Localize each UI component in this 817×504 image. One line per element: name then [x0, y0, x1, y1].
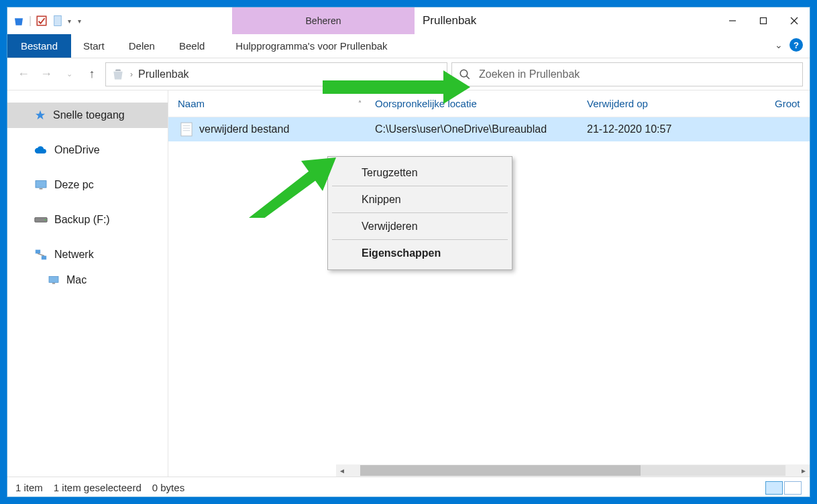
annotation-arrow-icon [249, 158, 336, 218]
status-size: 0 bytes [152, 482, 184, 493]
view-mode-buttons [765, 481, 802, 495]
context-menu: Terugzetten Knippen Verwijderen Eigensch… [327, 156, 512, 270]
nav-back-icon[interactable]: ← [14, 65, 33, 84]
cell-deleted: 21-12-2020 10:57 [580, 123, 768, 135]
scroll-track[interactable] [360, 465, 785, 476]
view-details-button[interactable] [765, 481, 783, 495]
minimize-button[interactable] [717, 7, 748, 34]
file-list-pane: Naam ˄ Oorspronkelijke locatie Verwijder… [168, 90, 810, 477]
quick-access-toolbar: | ▾ ▾ [7, 7, 232, 34]
sidebar-label: OneDrive [54, 144, 100, 156]
document-icon[interactable] [52, 15, 64, 27]
ribbon-collapse-icon[interactable]: ⌄ [775, 40, 783, 50]
chevron-right-icon: › [130, 70, 133, 79]
horizontal-scrollbar[interactable]: ◄ ► [336, 464, 810, 477]
sidebar-label: Deze pc [54, 179, 94, 191]
recycle-bin-icon [13, 15, 25, 27]
status-selected-count: 1 item geselecteerd [54, 482, 142, 493]
scroll-right-icon[interactable]: ► [798, 464, 810, 477]
recycle-bin-icon [111, 68, 125, 81]
cell-location: C:\Users\user\OneDrive\Bureaublad [368, 123, 580, 135]
view-thumbnails-button[interactable] [784, 481, 802, 495]
sidebar-item-mac[interactable]: Mac [7, 267, 168, 293]
contextual-tab-group: Beheren [232, 7, 415, 34]
svg-marker-22 [443, 70, 470, 104]
svg-rect-15 [49, 276, 58, 282]
status-item-count: 1 item [15, 482, 43, 493]
tab-start[interactable]: Start [71, 34, 117, 58]
svg-rect-8 [36, 181, 46, 188]
drive-icon [34, 216, 48, 224]
properties-icon[interactable] [36, 15, 48, 27]
maximize-button[interactable] [748, 7, 779, 34]
body: Snelle toegang OneDrive Deze pc Backup (… [7, 90, 810, 477]
window-controls [717, 7, 810, 34]
address-location: Prullenbak [138, 68, 189, 80]
svg-rect-0 [37, 16, 46, 25]
search-box[interactable]: Zoeken in Prullenbak [451, 62, 803, 86]
scroll-thumb[interactable] [360, 465, 641, 476]
sidebar-item-this-pc[interactable]: Deze pc [7, 172, 168, 198]
tab-file[interactable]: Bestand [7, 34, 71, 58]
sidebar-label: Snelle toegang [53, 109, 125, 121]
context-item-delete[interactable]: Verwijderen [332, 213, 508, 240]
svg-rect-12 [36, 250, 40, 254]
svg-rect-21 [323, 80, 443, 94]
nav-forward-icon[interactable]: → [37, 65, 56, 84]
titlebar: | ▾ ▾ Beheren Prullenbak [7, 7, 810, 34]
sidebar-label: Netwerk [54, 249, 94, 261]
svg-marker-23 [249, 171, 316, 218]
sidebar-label: Backup (F:) [54, 214, 110, 226]
svg-line-14 [38, 253, 44, 255]
search-placeholder: Zoeken in Prullenbak [479, 68, 580, 80]
explorer-window: | ▾ ▾ Beheren Prullenbak Bestand Start D… [7, 7, 810, 497]
tab-view[interactable]: Beeld [167, 34, 217, 58]
cell-name: verwijderd bestand [168, 122, 368, 137]
network-icon [34, 249, 48, 261]
svg-rect-17 [181, 123, 192, 136]
sidebar-item-quick-access[interactable]: Snelle toegang [7, 103, 168, 128]
sidebar-item-network[interactable]: Netwerk [7, 242, 168, 267]
monitor-icon [48, 275, 60, 285]
window-title: Prullenbak [415, 7, 717, 34]
svg-point-11 [45, 219, 46, 220]
star-icon [34, 109, 46, 121]
qat-overflow-icon[interactable]: ▾ [78, 17, 81, 25]
tab-recycle-tools[interactable]: Hulpprogramma's voor Prullenbak [223, 34, 399, 58]
qat-dropdown-icon[interactable]: ▾ [68, 17, 71, 25]
navigation-pane: Snelle toegang OneDrive Deze pc Backup (… [7, 90, 168, 477]
svg-rect-16 [52, 283, 55, 284]
svg-rect-1 [54, 16, 62, 26]
svg-rect-3 [761, 18, 767, 24]
scroll-left-icon[interactable]: ◄ [336, 464, 348, 477]
nav-up-icon[interactable]: ↑ [83, 65, 101, 84]
file-name: verwijderd bestand [199, 123, 289, 135]
help-icon[interactable]: ? [789, 38, 803, 52]
monitor-icon [34, 180, 48, 190]
ribbon-tabs: Bestand Start Delen Beeld Hulpprogramma'… [7, 34, 810, 58]
cloud-icon [34, 145, 48, 155]
column-label: Naam [178, 98, 205, 109]
context-item-cut[interactable]: Knippen [332, 186, 508, 213]
column-header-size[interactable]: Groot [768, 98, 810, 109]
file-icon [180, 122, 193, 137]
svg-rect-13 [42, 256, 46, 260]
close-button[interactable] [779, 7, 810, 34]
context-item-restore[interactable]: Terugzetten [332, 160, 508, 186]
column-header-deleted[interactable]: Verwijderd op [580, 98, 768, 109]
sidebar-item-backup-drive[interactable]: Backup (F:) [7, 207, 168, 233]
status-bar: 1 item 1 item geselecteerd 0 bytes [7, 477, 810, 498]
tab-share[interactable]: Delen [117, 34, 167, 58]
svg-rect-9 [40, 188, 43, 190]
context-item-properties[interactable]: Eigenschappen [332, 240, 508, 267]
sidebar-label: Mac [66, 274, 87, 286]
qat-separator: | [29, 15, 32, 27]
annotation-arrow-icon [323, 70, 470, 104]
column-headers: Naam ˄ Oorspronkelijke locatie Verwijder… [168, 90, 810, 117]
nav-recent-icon[interactable]: ⌄ [60, 65, 78, 84]
file-row[interactable]: verwijderd bestand C:\Users\user\OneDriv… [168, 117, 810, 141]
sidebar-item-onedrive[interactable]: OneDrive [7, 137, 168, 163]
